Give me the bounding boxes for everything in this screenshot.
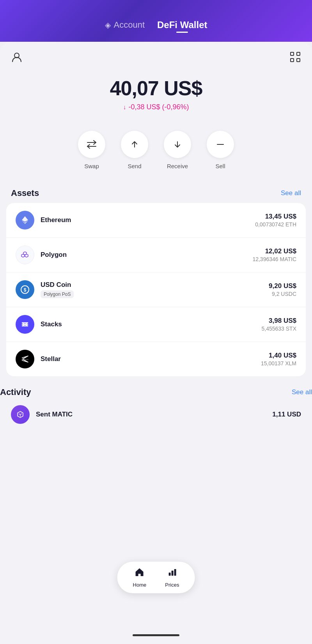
receive-label: Receive: [167, 163, 188, 169]
stellar-values: 1,40 US$ 15,00137 XLM: [261, 352, 296, 366]
assets-see-all-button[interactable]: See all: [281, 189, 301, 197]
account-tab[interactable]: ◈ Account: [105, 20, 145, 30]
send-icon-circle: [121, 131, 148, 158]
stellar-usd: 1,40 US$: [261, 352, 296, 359]
swap-icon-circle: [78, 131, 105, 158]
send-label: Send: [128, 163, 141, 169]
usdc-info: USD Coin Polygon PoS: [41, 281, 269, 298]
svg-rect-1: [291, 52, 294, 55]
stellar-info: Stellar: [41, 355, 261, 363]
svg-rect-2: [291, 59, 294, 62]
stacks-info: Stacks: [41, 320, 261, 328]
asset-row-ethereum[interactable]: Ethereum 13,45 US$ 0,00730742 ETH: [6, 203, 306, 238]
prices-nav-item[interactable]: Prices: [165, 567, 179, 588]
ethereum-crypto: 0,00730742 ETH: [255, 221, 296, 228]
svg-rect-19: [168, 573, 170, 576]
asset-row-stellar[interactable]: Stellar 1,40 US$ 15,00137 XLM: [6, 342, 306, 376]
prices-nav-label: Prices: [165, 582, 179, 588]
matic-activity-name: Sent MATIC: [36, 411, 272, 418]
balance-amount: 40,07 US$: [8, 76, 304, 100]
profile-icon[interactable]: [11, 51, 23, 66]
main-card: 40,07 US$ ↓ -0,38 US$ (-0,96%) Swap Send: [0, 42, 312, 644]
action-buttons: Swap Send Receive Sell: [0, 115, 312, 177]
polygon-crypto: 12,396346 MATIC: [252, 256, 296, 262]
asset-row-stacks[interactable]: Stacks 3,98 US$ 5,455633 STX: [6, 307, 306, 342]
diamond-icon: ◈: [105, 20, 111, 30]
ethereum-info: Ethereum: [41, 216, 255, 224]
stacks-name: Stacks: [41, 320, 261, 328]
ethereum-name: Ethereum: [41, 216, 255, 224]
polygon-info: Polygon: [41, 251, 252, 259]
matic-activity-info: Sent MATIC: [36, 411, 272, 418]
sell-icon-circle: [207, 131, 234, 158]
sell-button[interactable]: Sell: [207, 131, 234, 169]
ethereum-icon: [16, 211, 34, 229]
account-label: Account: [114, 20, 145, 30]
home-icon: [135, 567, 145, 580]
balance-section: 40,07 US$ ↓ -0,38 US$ (-0,96%): [0, 69, 312, 115]
matic-activity-icon: [11, 405, 30, 424]
polygon-usd: 12,02 US$: [252, 247, 296, 255]
assets-section-header: Assets See all: [0, 177, 312, 203]
usdc-values: 9,20 US$ 9,2 USDC: [269, 282, 296, 297]
stellar-crypto: 15,00137 XLM: [261, 360, 296, 366]
sell-label: Sell: [215, 163, 225, 169]
usdc-crypto: 9,2 USDC: [269, 291, 296, 297]
balance-change: ↓ -0,38 US$ (-0,96%): [8, 103, 304, 111]
top-icons-row: [0, 42, 312, 69]
polygon-icon: [16, 246, 34, 264]
polygon-name: Polygon: [41, 251, 252, 259]
matic-activity-value: 1,11 USD: [272, 411, 301, 418]
stacks-crypto: 5,455633 STX: [261, 326, 296, 332]
usdc-name: USD Coin: [41, 281, 269, 289]
usdc-badge: Polygon PoS: [41, 290, 74, 298]
stellar-name: Stellar: [41, 355, 261, 363]
activity-title: Activity: [0, 387, 31, 397]
activity-see-all-button[interactable]: See all: [292, 388, 312, 396]
stacks-usd: 3,98 US$: [261, 317, 296, 325]
activity-section-header: Activity See all: [0, 387, 312, 397]
assets-title: Assets: [11, 188, 39, 198]
usdc-icon: $: [16, 280, 34, 299]
scan-icon[interactable]: [289, 51, 301, 66]
stacks-values: 3,98 US$ 5,455633 STX: [261, 317, 296, 332]
asset-row-usdc[interactable]: $ USD Coin Polygon PoS 9,20 US$ 9,2 USDC: [6, 272, 306, 307]
svg-text:$: $: [24, 287, 27, 293]
usdc-usd: 9,20 US$: [269, 282, 296, 290]
ethereum-values: 13,45 US$ 0,00730742 ETH: [255, 213, 296, 228]
svg-rect-3: [297, 52, 300, 55]
stacks-icon: [16, 315, 34, 334]
asset-row-polygon[interactable]: Polygon 12,02 US$ 12,396346 MATIC: [6, 238, 306, 272]
home-indicator: [133, 634, 179, 636]
bottom-nav: Home Prices: [117, 562, 195, 593]
svg-rect-21: [174, 569, 176, 576]
prices-icon: [167, 567, 177, 580]
home-nav-label: Home: [133, 582, 147, 588]
swap-label: Swap: [84, 163, 99, 169]
ethereum-usd: 13,45 US$: [255, 213, 296, 221]
down-arrow-icon: ↓: [123, 104, 126, 111]
receive-icon-circle: [164, 131, 191, 158]
assets-list: Ethereum 13,45 US$ 0,00730742 ETH Polygo…: [6, 203, 306, 376]
home-nav-item[interactable]: Home: [133, 567, 147, 588]
stellar-icon: [16, 350, 34, 368]
header: ◈ Account DeFi Wallet: [0, 0, 312, 42]
receive-button[interactable]: Receive: [164, 131, 191, 169]
defi-tab[interactable]: DeFi Wallet: [157, 20, 207, 30]
activity-row-matic[interactable]: Sent MATIC 1,11 USD: [0, 397, 312, 432]
svg-marker-6: [22, 216, 28, 222]
balance-change-text: -0,38 US$ (-0,96%): [128, 103, 189, 111]
svg-rect-20: [171, 571, 173, 576]
defi-label: DeFi Wallet: [157, 20, 207, 30]
send-button[interactable]: Send: [121, 131, 148, 169]
swap-button[interactable]: Swap: [78, 131, 105, 169]
svg-rect-4: [297, 59, 300, 62]
polygon-values: 12,02 US$ 12,396346 MATIC: [252, 247, 296, 262]
